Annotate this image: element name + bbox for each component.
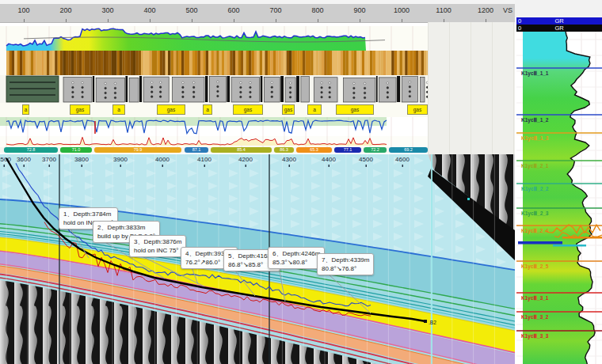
section-depth-tick: 3500: [0, 156, 11, 163]
gr-curve-header-black[interactable]: 0 GR: [516, 25, 602, 32]
geosteering-app-window: 100200300400500600700800900100011001200V…: [0, 0, 602, 364]
gas-show-label: a: [307, 104, 322, 115]
section-depth-tick: 3600: [17, 156, 31, 163]
depth-annotation-callout[interactable]: 7、Depth:4339m80.8°↘76.8°: [317, 253, 374, 275]
ruler-tick: 400: [143, 6, 155, 14]
gas-show-label: a: [22, 104, 29, 115]
horizon-label: K1ycⅢ_2_3: [521, 210, 549, 217]
trajectory-end-label: .B2: [429, 320, 436, 325]
section-depth-tick: 4600: [395, 156, 410, 163]
ruler-tick: 100: [17, 6, 29, 14]
gas-show-label: gas: [233, 104, 263, 115]
section-depth-tick: 3800: [74, 156, 89, 163]
ribbon-segment: 77.1: [334, 147, 361, 153]
horizon-label: K1ycⅢ_1_2: [521, 117, 549, 123]
annotation-depth-text: 7、Depth:4339m: [322, 256, 369, 264]
ruler-tick: 900: [353, 6, 365, 14]
ribbon-segment: 69.2: [389, 147, 428, 153]
horizon-label: K1ycⅢ_1_1: [521, 70, 549, 77]
vs-distance-ruler[interactable]: 100200300400500600700800900100011001200V…: [0, 0, 515, 23]
ruler-tickmark: [66, 19, 67, 22]
ribbon-segment: 72.2: [364, 147, 387, 153]
depth-annotation-callout[interactable]: 3、Depth:3876mhold on INC 75°: [129, 235, 186, 257]
type-well-panel[interactable]: 0 GR 0 GR K1ycⅢ_1_1K1ycⅢ_1_2K1ycⅢ_1_3K1y…: [516, 0, 602, 364]
ribbon-segment: 79.9: [94, 147, 181, 153]
ribbon-segment: 65.3: [296, 147, 332, 153]
section-depth-tick: 4100: [197, 156, 211, 163]
gas-show-label: gas: [157, 104, 185, 115]
section-depth-tick: 4300: [282, 156, 296, 163]
track-image-log[interactable]: [0, 51, 428, 75]
ruler-tick: 500: [185, 6, 197, 14]
section-depth-tick: 4200: [238, 156, 253, 163]
annotation-depth-text: 6、Depth:4246m: [272, 249, 320, 258]
gr-curve-name: GR: [516, 17, 602, 25]
ruler-tick: 1100: [436, 6, 451, 14]
ruler-tick: 1200: [478, 6, 493, 14]
ruler-tickmark: [402, 19, 402, 22]
ruler-tickmark: [24, 19, 25, 22]
ruler-tick: 1000: [394, 6, 410, 14]
annotation-depth-text: 3、Depth:3876m: [134, 237, 181, 246]
ruler-tickmark: [276, 19, 276, 22]
gas-show-label: gas: [70, 104, 90, 115]
section-depth-tick: 4000: [155, 156, 170, 163]
annotation-note-text: 80.8°↘76.8°: [322, 264, 369, 273]
ruler-tick: 300: [101, 6, 113, 14]
ruler-tick: 800: [311, 6, 323, 14]
ribbon-segment: 72.8: [4, 147, 58, 153]
type-well-gr-log[interactable]: K1ycⅢ_1_1K1ycⅢ_1_2K1ycⅢ_1_3K1ycⅢ_2_1K1yc…: [516, 32, 602, 364]
horizon-label: K1ycⅢ_2_4: [521, 228, 549, 234]
annotation-depth-text: 1、Depth:3784m: [63, 210, 113, 218]
type-well-panel-header-filler: [516, 0, 602, 17]
horizon-label: K1ycⅢ_2_5: [521, 264, 549, 270]
annotation-note-text: 85.3°↘80.8°: [272, 258, 320, 267]
gas-show-label: gas: [336, 104, 374, 115]
track-gamma-curve[interactable]: [0, 26, 428, 51]
horizon-label: K1ycⅢ_2_2: [521, 186, 549, 192]
annotation-note-text: hold on INC 75°: [134, 246, 181, 255]
gr-curve-name: GR: [516, 25, 602, 32]
annotation-depth-text: 2、Depth:3833m: [97, 223, 155, 232]
ribbon-segment: 86.3: [274, 147, 294, 153]
ruler-tickmark: [192, 19, 192, 22]
ruler-tickmark: [318, 19, 318, 22]
ruler-tick: 700: [269, 6, 281, 14]
horizon-label: K1ycⅢ_3_1: [521, 295, 549, 301]
ruler-tick: 600: [227, 6, 239, 14]
section-depth-tick: 3700: [42, 156, 56, 163]
section-depth-tick: 4400: [322, 156, 336, 163]
section-depth-tick: 4500: [359, 156, 373, 163]
ribbon-segment: 71.0: [60, 147, 92, 153]
ribbon-segment: 87.1: [185, 147, 208, 153]
gas-show-label: a: [203, 104, 212, 115]
ribbon-segment: 85.4: [211, 147, 272, 153]
track-resistivity-blue[interactable]: [0, 117, 428, 136]
ruler-tickmark: [108, 19, 109, 22]
track-right-filler: [428, 22, 515, 154]
ruler-tickmark: [360, 19, 360, 22]
track-lithology[interactable]: [0, 75, 428, 103]
gas-show-label: a: [112, 104, 125, 115]
horizon-label: K1ycⅢ_1_3: [521, 135, 549, 142]
section-depth-tick: 3900: [113, 156, 128, 163]
horizon-label: K1ycⅢ_3_3: [521, 333, 549, 339]
segment-average-ribbon[interactable]: 72.871.079.987.185.486.365.377.172.269.2: [0, 147, 428, 153]
gas-show-label: gas: [282, 104, 295, 115]
horizon-label: K1ycⅢ_3_2: [521, 314, 549, 320]
ruler-tick: 200: [59, 6, 71, 14]
track-gas-shows[interactable]: agasagasagasgasagasgas: [0, 103, 428, 117]
gr-curve-header-blue[interactable]: 0 GR: [516, 17, 602, 25]
track-total-gas-red[interactable]: [0, 136, 428, 147]
horizon-label: K1ycⅢ_2_1: [521, 163, 549, 169]
ruler-vs-label: VS: [503, 6, 512, 14]
ruler-tickmark: [234, 19, 234, 22]
gas-show-label: gas: [407, 104, 428, 115]
ruler-tickmark: [150, 19, 150, 22]
